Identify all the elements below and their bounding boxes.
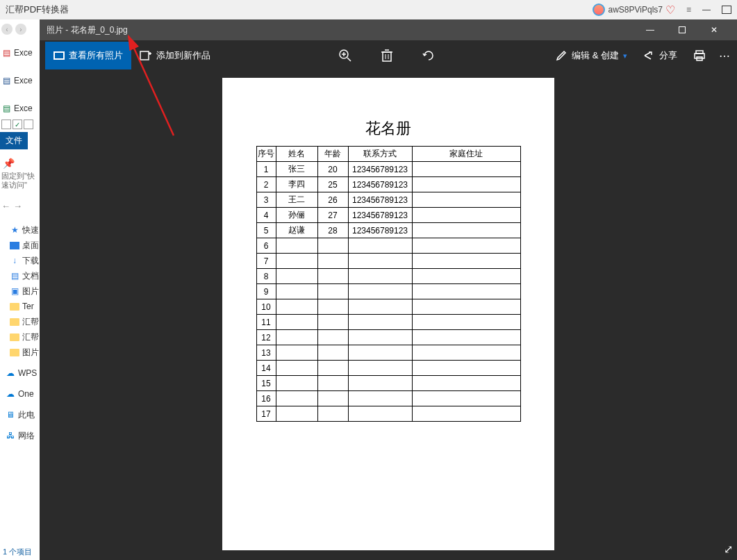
sidebar-quick-access[interactable]: ★ 快速 bbox=[0, 222, 40, 238]
download-icon: ↓ bbox=[10, 256, 19, 265]
td bbox=[412, 254, 520, 269]
td bbox=[348, 391, 412, 406]
td: 27 bbox=[317, 208, 348, 223]
td bbox=[412, 238, 520, 254]
bg-user-area[interactable]: awS8PViPqls7 ♡ ≡ — bbox=[593, 3, 731, 17]
checkbox-icon[interactable] bbox=[1, 120, 11, 129]
td bbox=[412, 315, 520, 330]
sidebar-folder[interactable]: 汇帮 bbox=[0, 314, 40, 329]
more-button[interactable]: ⋯ bbox=[719, 49, 731, 63]
td bbox=[412, 177, 520, 192]
avatar-icon bbox=[593, 3, 605, 16]
td: 孙俪 bbox=[276, 208, 317, 223]
pc-icon: 🖥 bbox=[6, 410, 15, 420]
nav-back-icon[interactable]: ← bbox=[1, 201, 10, 211]
svg-rect-14 bbox=[695, 53, 704, 58]
checkbox-icon[interactable]: ✓ bbox=[13, 120, 22, 129]
pin-icon[interactable]: 📌 bbox=[0, 155, 40, 172]
td bbox=[317, 330, 348, 345]
td bbox=[317, 284, 348, 299]
sb-label: Exce bbox=[14, 76, 33, 85]
checkbox-icon[interactable] bbox=[24, 120, 33, 129]
bg-minimize-icon[interactable]: — bbox=[702, 5, 711, 15]
td bbox=[276, 345, 317, 361]
add-to-creation-button[interactable]: 添加到新作品 bbox=[131, 42, 219, 69]
sb-label: 汇帮 bbox=[22, 331, 39, 343]
sidebar-file-item[interactable]: ▤ Exce bbox=[0, 72, 40, 89]
td bbox=[317, 254, 348, 269]
sidebar-file-item[interactable]: ▤ Exce bbox=[0, 44, 40, 61]
hamburger-icon[interactable]: ≡ bbox=[686, 5, 691, 15]
cloud-icon: ☁ bbox=[6, 389, 15, 399]
rotate-button[interactable] bbox=[422, 49, 436, 63]
td: 王二 bbox=[276, 192, 317, 208]
folder-icon bbox=[10, 303, 19, 311]
sidebar-folder[interactable]: 图片 bbox=[0, 345, 40, 360]
sb-label: 图片 bbox=[22, 347, 39, 359]
image-canvas[interactable]: 花名册 序号 姓名 年龄 联系方式 家庭住址 1张三20123456789123… bbox=[40, 71, 737, 560]
photos-titlebar[interactable]: 照片 - 花名册_0_0.jpg — ✕ bbox=[40, 19, 737, 40]
bg-app-title: 汇帮PDF转换器 bbox=[6, 3, 69, 16]
edit-create-button[interactable]: 编辑 & 创建 ▾ bbox=[555, 49, 627, 62]
nav-fwd-icon[interactable]: → bbox=[13, 201, 22, 211]
sidebar-this-pc[interactable]: 🖥 此电 bbox=[0, 407, 40, 422]
sidebar-network[interactable]: 🖧 网络 bbox=[0, 428, 40, 443]
delete-button[interactable] bbox=[380, 49, 394, 63]
pdf-icon: ▤ bbox=[1, 48, 11, 58]
sidebar-file-item[interactable]: ▤ Exce bbox=[0, 100, 40, 117]
sidebar-folder[interactable]: Ter bbox=[0, 299, 40, 314]
td bbox=[317, 376, 348, 391]
nav-fwd-icon[interactable]: › bbox=[15, 24, 26, 35]
td bbox=[348, 376, 412, 391]
folder-icon bbox=[10, 349, 19, 356]
table-row: 2李四25123456789123 bbox=[256, 177, 520, 192]
bg-username: awS8PViPqls7 bbox=[608, 5, 663, 15]
th: 家庭住址 bbox=[412, 147, 520, 162]
td: 10 bbox=[256, 299, 276, 315]
maximize-button[interactable] bbox=[666, 19, 698, 40]
edit-icon bbox=[555, 49, 568, 62]
photos-toolbar: 查看所有照片 添加到新作品 编辑 & 创建 bbox=[40, 40, 737, 71]
photos-window: 照片 - 花名册_0_0.jpg — ✕ 查看所有照片 添加到新作品 bbox=[40, 19, 737, 560]
sb-label: 桌面 bbox=[22, 240, 39, 252]
bg-window-icon[interactable] bbox=[722, 6, 731, 14]
td bbox=[412, 208, 520, 223]
td bbox=[412, 406, 520, 422]
close-button[interactable]: ✕ bbox=[698, 19, 730, 40]
td: 123456789123 bbox=[348, 162, 412, 177]
td: 15 bbox=[256, 376, 276, 391]
td bbox=[317, 299, 348, 315]
print-button[interactable] bbox=[693, 49, 706, 63]
view-all-photos-button[interactable]: 查看所有照片 bbox=[45, 42, 131, 69]
td bbox=[412, 330, 520, 345]
td: 2 bbox=[256, 177, 276, 192]
minimize-button[interactable]: — bbox=[634, 19, 666, 40]
td: 1 bbox=[256, 162, 276, 177]
sb-label: 文档 bbox=[22, 270, 39, 282]
sidebar-onedrive[interactable]: ☁ One bbox=[0, 386, 40, 402]
sidebar-downloads[interactable]: ↓ 下载 bbox=[0, 253, 40, 268]
sb-label: 下载 bbox=[22, 255, 39, 267]
nav-back-icon[interactable]: ‹ bbox=[1, 24, 13, 35]
sidebar-desktop[interactable]: 桌面 bbox=[0, 238, 40, 253]
td bbox=[348, 254, 412, 269]
window-controls: — ✕ bbox=[634, 19, 730, 40]
file-tab[interactable]: 文件 bbox=[0, 132, 28, 149]
td bbox=[276, 361, 317, 376]
table-row: 12 bbox=[256, 330, 520, 345]
th: 年龄 bbox=[317, 147, 348, 162]
zoom-button[interactable] bbox=[338, 49, 352, 63]
expand-icon[interactable]: ⤢ bbox=[724, 543, 733, 556]
sidebar-pictures[interactable]: ▣ 图片 bbox=[0, 283, 40, 299]
sidebar-folder[interactable]: 汇帮 bbox=[0, 329, 40, 345]
sidebar-documents[interactable]: ▤ 文档 bbox=[0, 268, 40, 283]
td bbox=[412, 361, 520, 376]
td bbox=[276, 406, 317, 422]
td: 6 bbox=[256, 238, 276, 254]
td: 李四 bbox=[276, 177, 317, 192]
td bbox=[348, 406, 412, 422]
sidebar-wps[interactable]: ☁ WPS bbox=[0, 365, 40, 381]
td: 张三 bbox=[276, 162, 317, 177]
share-button[interactable]: 分享 bbox=[640, 42, 680, 69]
edit-label: 编辑 & 创建 bbox=[572, 49, 619, 62]
